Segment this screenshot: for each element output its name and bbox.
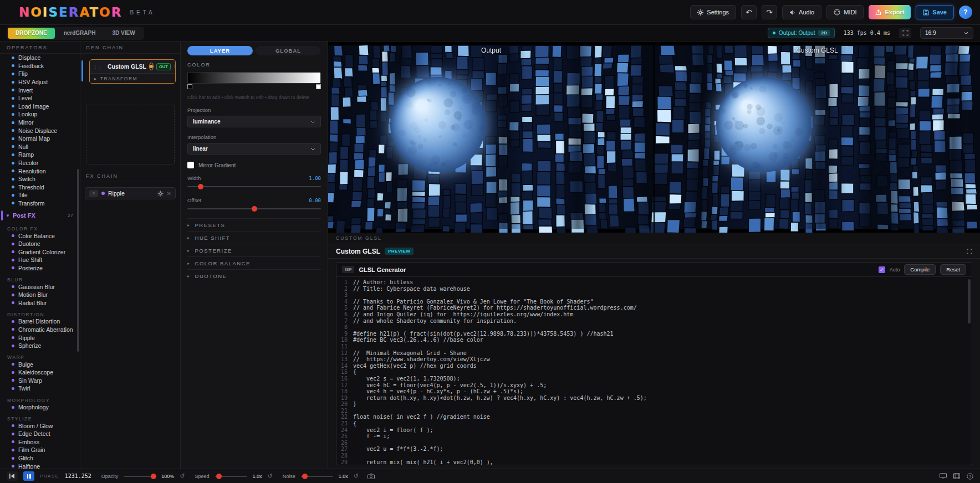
speed-slider[interactable]: [215, 476, 247, 477]
sidebar-item-level[interactable]: Level: [0, 94, 80, 102]
tab-global[interactable]: GLOBAL: [256, 46, 321, 55]
sidebar-item-displace[interactable]: Displace: [0, 54, 80, 62]
sidebar-item-feedback[interactable]: Feedback: [0, 62, 80, 70]
sidebar-item-hue-shift[interactable]: Hue Shift: [0, 256, 80, 264]
sidebar-item-load-image[interactable]: Load Image: [0, 102, 80, 111]
reset-icon[interactable]: ↺: [268, 472, 273, 480]
film-icon[interactable]: [953, 473, 960, 479]
sidebar-item-chromatic-aberration[interactable]: Chromatic Aberration: [0, 326, 80, 334]
sidebar-item-film-grain[interactable]: Film Grain: [0, 446, 80, 454]
opacity-slider[interactable]: [124, 476, 156, 477]
sidebar-item-post-fx[interactable]: ▼ Post FX 27: [0, 210, 80, 221]
mirror-gradient-checkbox[interactable]: Mirror Gradient: [187, 162, 321, 168]
sidebar-item-color-balance[interactable]: Color Balance: [0, 232, 80, 240]
pause-button[interactable]: [23, 471, 34, 481]
close-icon[interactable]: ✕: [167, 191, 171, 197]
code-editor[interactable]: 1// Author: bitless2// Title: Cyberspace…: [336, 277, 972, 465]
sidebar-item-bloom-glow[interactable]: Bloom / Glow: [0, 422, 80, 430]
close-icon[interactable]: ✕: [173, 64, 176, 70]
reset-icon[interactable]: ↺: [354, 472, 359, 480]
offset-slider-knob[interactable]: [252, 206, 257, 212]
sidebar-item-spherize[interactable]: Spherize: [0, 342, 80, 350]
sidebar-item-ripple[interactable]: Ripple: [0, 333, 80, 342]
sidebar-item-edge-detect[interactable]: Edge Detect: [0, 430, 80, 438]
redo-button[interactable]: ↷: [762, 5, 777, 19]
sidebar-item-halftone[interactable]: Halftone: [0, 462, 80, 469]
gradient-swatch-white[interactable]: [316, 84, 321, 89]
camera-icon[interactable]: [368, 474, 375, 479]
sidebar-item-tile[interactable]: Tile: [0, 191, 80, 199]
gen-chain-dropzone[interactable]: [86, 105, 175, 165]
sidebar-item-ramp[interactable]: Ramp: [0, 151, 80, 159]
sidebar-item-invert[interactable]: Invert: [0, 86, 80, 94]
sidebar-item-twirl[interactable]: Twirl: [0, 384, 80, 393]
sidebar-item-mirror[interactable]: Mirror: [0, 119, 80, 127]
export-button[interactable]: Export: [869, 5, 911, 19]
bypass-toggle[interactable]: [149, 63, 154, 70]
gradient-swatch-black[interactable]: [187, 84, 192, 89]
sidebar-item-glitch[interactable]: Glitch: [0, 454, 80, 463]
width-slider[interactable]: [187, 186, 321, 187]
collapse-section-color-balance[interactable]: ▸COLOR BALANCE: [187, 256, 321, 269]
sidebar-item-noise-displace[interactable]: Noise Displace: [0, 126, 80, 135]
sidebar-item-flip[interactable]: Flip: [0, 70, 80, 78]
reset-icon[interactable]: ↺: [180, 472, 185, 480]
sidebar-item-posterize[interactable]: Posterize: [0, 264, 80, 273]
sidebar-item-kaleidoscope[interactable]: Kaleidoscope: [0, 368, 80, 377]
opacity-knob[interactable]: [151, 474, 156, 479]
settings-button[interactable]: Settings: [690, 5, 736, 19]
code-scrollbar[interactable]: [968, 279, 971, 323]
noise-slider[interactable]: [301, 476, 333, 477]
sidebar-item-bulge[interactable]: Bulge: [0, 360, 80, 368]
drag-handle-icon[interactable]: ⋮⋮: [93, 64, 102, 69]
projection-select[interactable]: luminance: [187, 116, 321, 127]
compile-button[interactable]: Compile: [904, 264, 936, 275]
sidebar-item-recolor[interactable]: Recolor: [0, 159, 80, 167]
tab-layer[interactable]: LAYER: [187, 46, 253, 55]
auto-compile-checkbox[interactable]: ✓: [879, 266, 885, 273]
sidebar-item-barrel-distortion[interactable]: Barrel Distortion: [0, 317, 80, 326]
sidebar-item-lookup[interactable]: Lookup: [0, 110, 80, 119]
monitor-icon[interactable]: [940, 473, 947, 479]
collapse-section-posterize[interactable]: ▸POSTERIZE: [187, 244, 321, 256]
output-selector[interactable]: Output: Output 2D: [768, 28, 835, 38]
sidebar-item-transform[interactable]: Transform: [0, 199, 80, 208]
fit-view-button[interactable]: [899, 28, 911, 38]
sidebar-item-normal-map[interactable]: Normal Map: [0, 135, 80, 143]
gradient-bar[interactable]: [187, 72, 321, 84]
reset-button[interactable]: Reset: [940, 264, 966, 275]
sidebar-item-radial-blur[interactable]: Radial Blur: [0, 299, 80, 307]
sidebar-item-motion-blur[interactable]: Motion Blur: [0, 291, 80, 299]
speed-knob[interactable]: [216, 474, 222, 479]
sidebar-item-hsv-adjust[interactable]: HSV Adjust: [0, 78, 80, 86]
sidebar-item-gaussian-blur[interactable]: Gaussian Blur: [0, 282, 80, 291]
midi-button[interactable]: MIDI: [826, 5, 864, 19]
sidebar-item-threshold[interactable]: Threshold: [0, 183, 80, 192]
width-slider-knob[interactable]: [198, 184, 203, 189]
audio-button[interactable]: Audio: [782, 5, 821, 19]
sidebar-item-gradient-colorizer[interactable]: Gradient Colorizer: [0, 248, 80, 256]
gen-node-custom-glsl[interactable]: ⋮⋮ Custom GLSL OUT ✕ ▸ TRANSFORM: [89, 59, 176, 84]
interpolation-select[interactable]: linear: [187, 143, 321, 155]
save-button[interactable]: Save: [916, 5, 954, 19]
sidebar-scrollbar[interactable]: [77, 169, 79, 352]
sidebar-item-sin-warp[interactable]: Sin Warp: [0, 377, 80, 385]
collapse-section-duotone[interactable]: ▸DUOTONE: [187, 269, 321, 282]
sidebar-item-morphology[interactable]: Morphology: [0, 403, 80, 412]
gear-icon[interactable]: [157, 191, 164, 197]
sidebar-item-switch[interactable]: Switch: [0, 175, 80, 183]
transform-collapse[interactable]: ▸ TRANSFORM: [90, 73, 175, 83]
tab-dropzone[interactable]: DROPZONE: [8, 28, 55, 39]
sidebar-item-duotone[interactable]: Duotone: [0, 240, 80, 248]
offset-slider[interactable]: [187, 208, 321, 209]
skip-to-start-button[interactable]: [7, 471, 18, 481]
info-icon[interactable]: ?: [967, 473, 973, 480]
drag-handle-icon[interactable]: ≡: [89, 190, 98, 197]
sidebar-item-null[interactable]: Null: [0, 143, 80, 151]
undo-button[interactable]: ↶: [741, 5, 757, 19]
sidebar-item-emboss[interactable]: Emboss: [0, 438, 80, 446]
collapse-section-hue-shift[interactable]: ▸HUE SHIFT: [187, 231, 321, 244]
help-button[interactable]: ?: [959, 6, 972, 19]
sidebar-item-resolution[interactable]: Resolution: [0, 167, 80, 175]
aspect-ratio-select[interactable]: 16:9: [920, 27, 973, 39]
